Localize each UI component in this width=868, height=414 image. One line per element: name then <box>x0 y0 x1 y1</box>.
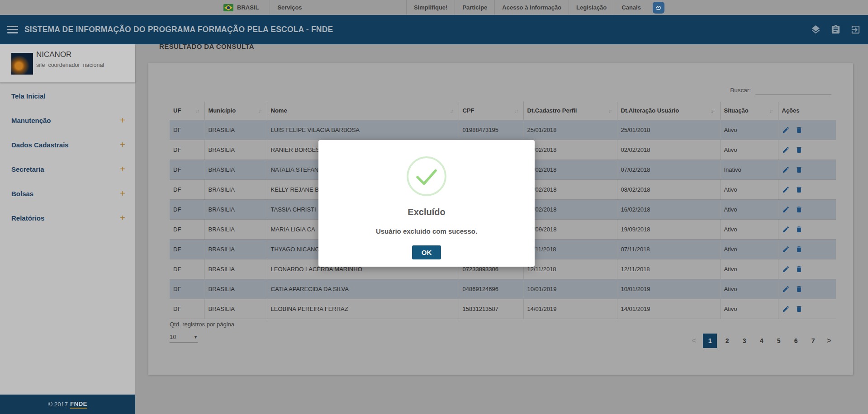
vlibras-accessibility-icon[interactable] <box>653 2 664 14</box>
gov-link-legislacao[interactable]: Legislação <box>569 0 614 15</box>
page-size-select[interactable]: 10▼ <box>170 332 198 343</box>
pagination-page-6[interactable]: 6 <box>789 334 803 348</box>
menu-icon[interactable] <box>7 24 18 35</box>
cell-municipio: BRASILIA <box>204 279 267 299</box>
sidebar-item-relatorios[interactable]: Relatórios + <box>0 206 135 230</box>
sort-icon[interactable]: ↓↑ <box>515 108 520 113</box>
clipboard-icon[interactable] <box>830 24 841 35</box>
delete-trash-icon[interactable] <box>795 245 803 253</box>
pagination-page-3[interactable]: 3 <box>737 334 751 348</box>
sort-icon-active[interactable]: ↓≡ <box>711 108 716 113</box>
cell-acoes <box>778 299 836 319</box>
cell-uf: DF <box>170 259 204 279</box>
cell-municipio: BRASILIA <box>204 259 267 279</box>
column-header-cpf[interactable]: CPF↓↑ <box>459 102 523 120</box>
gov-link-canais[interactable]: Canais <box>614 0 648 15</box>
expand-plus-icon[interactable]: + <box>120 188 125 199</box>
column-header-dt-cadastro[interactable]: Dt.Cadastro Perfil↓↑ <box>523 102 617 120</box>
cell-acoes <box>778 259 836 279</box>
column-header-situacao[interactable]: Situação↓↑ <box>720 102 778 120</box>
delete-trash-icon[interactable] <box>795 305 803 313</box>
sidebar-menu: Tela Inicial Manutenção + Dados Cadastra… <box>0 83 135 230</box>
delete-trash-icon[interactable] <box>795 166 803 174</box>
edit-pencil-icon[interactable] <box>782 226 790 233</box>
edit-pencil-icon[interactable] <box>782 126 790 134</box>
cell-situacao: Ativo <box>720 219 778 239</box>
edit-pencil-icon[interactable] <box>782 166 790 174</box>
sidebar-item-bolsas[interactable]: Bolsas + <box>0 181 135 206</box>
table-row: DFBRASILIACATIA APARECIDA DA SILVA048691… <box>170 279 836 299</box>
column-header-uf[interactable]: UF↓↑ <box>170 102 204 120</box>
search-input[interactable] <box>755 85 831 95</box>
sidebar-item-manutencao[interactable]: Manutenção + <box>0 108 135 132</box>
cell-nome: CATIA APARECIDA DA SILVA <box>267 279 459 299</box>
pagination: < 1 2 3 4 5 6 7 > <box>688 334 835 348</box>
pagination-page-2[interactable]: 2 <box>720 334 734 348</box>
sort-icon[interactable]: ↓↑ <box>258 108 263 113</box>
delete-trash-icon[interactable] <box>795 206 803 213</box>
cell-dt_cadastro: 19/09/2018 <box>523 219 617 239</box>
sidebar-item-secretaria[interactable]: Secretaria + <box>0 157 135 181</box>
delete-trash-icon[interactable] <box>795 126 803 134</box>
edit-pencil-icon[interactable] <box>782 305 790 313</box>
cell-municipio: BRASILIA <box>204 239 267 259</box>
pagination-page-1[interactable]: 1 <box>703 334 717 348</box>
cell-acoes <box>778 140 836 160</box>
cell-uf: DF <box>170 219 204 239</box>
expand-plus-icon[interactable]: + <box>120 213 125 223</box>
logout-icon[interactable] <box>850 24 861 35</box>
gov-link-participe[interactable]: Participe <box>455 0 494 15</box>
cell-uf: DF <box>170 120 204 140</box>
edit-pencil-icon[interactable] <box>782 245 790 253</box>
expand-plus-icon[interactable]: + <box>120 140 125 150</box>
cell-dt_cadastro: 25/01/2018 <box>523 120 617 140</box>
pagination-prev[interactable]: < <box>688 336 700 345</box>
pagination-page-5[interactable]: 5 <box>772 334 786 348</box>
cell-situacao: Ativo <box>720 279 778 299</box>
fnde-link[interactable]: FNDE <box>70 400 87 409</box>
cell-uf: DF <box>170 239 204 259</box>
gov-link-acesso-informacao[interactable]: Acesso à informação <box>495 0 569 15</box>
gov-link-simplifique[interactable]: Simplifique! <box>407 0 455 15</box>
cell-municipio: BRASILIA <box>204 120 267 140</box>
sort-icon[interactable]: ↓↑ <box>769 108 774 113</box>
cell-dt_cadastro: 07/02/2018 <box>523 160 617 179</box>
pagination-page-4[interactable]: 4 <box>754 334 768 348</box>
copyright-text: © 2017 <box>48 401 68 408</box>
column-header-dt-alteracao[interactable]: Dt.Alteração Usuário↓≡ <box>617 102 720 120</box>
modal-ok-button[interactable]: OK <box>412 245 441 259</box>
cell-situacao: Ativo <box>720 299 778 319</box>
expand-plus-icon[interactable]: + <box>120 115 125 126</box>
sidebar-item-tela-inicial[interactable]: Tela Inicial <box>0 84 135 108</box>
edit-pencil-icon[interactable] <box>782 146 790 154</box>
cell-dt_alteracao: 07/11/2018 <box>617 239 720 259</box>
pagination-next[interactable]: > <box>823 336 835 345</box>
cell-dt_alteracao: 16/02/2018 <box>617 199 720 219</box>
edit-pencil-icon[interactable] <box>782 285 790 293</box>
sort-icon[interactable]: ↓↑ <box>450 108 455 113</box>
sort-icon[interactable]: ↓↑ <box>608 108 613 113</box>
edit-pencil-icon[interactable] <box>782 206 790 213</box>
edit-pencil-icon[interactable] <box>782 265 790 273</box>
pagination-page-7[interactable]: 7 <box>806 334 820 348</box>
cell-dt_alteracao: 19/09/2018 <box>617 219 720 239</box>
column-header-municipio[interactable]: Município↓↑ <box>204 102 267 120</box>
sort-icon[interactable]: ↓↑ <box>196 108 201 113</box>
delete-trash-icon[interactable] <box>795 265 803 273</box>
layers-icon[interactable] <box>811 24 821 35</box>
delete-trash-icon[interactable] <box>795 186 803 193</box>
edit-pencil-icon[interactable] <box>782 186 790 193</box>
delete-trash-icon[interactable] <box>795 285 803 293</box>
gov-link-servicos[interactable]: Serviços <box>270 0 309 15</box>
delete-trash-icon[interactable] <box>795 226 803 233</box>
expand-plus-icon[interactable]: + <box>120 164 125 174</box>
cell-cpf: 15831213587 <box>459 299 523 319</box>
cell-municipio: BRASILIA <box>204 199 267 219</box>
search-label: Buscar: <box>730 87 751 95</box>
cell-cpf: 01988473195 <box>459 120 523 140</box>
delete-trash-icon[interactable] <box>795 146 803 154</box>
column-header-nome[interactable]: Nome↓↑ <box>267 102 459 120</box>
sidebar-item-dados-cadastrais[interactable]: Dados Cadastrais + <box>0 132 135 157</box>
sidebar: NICANOR sife_coordenador_nacional Tela I… <box>0 44 135 414</box>
cell-acoes <box>778 179 836 199</box>
